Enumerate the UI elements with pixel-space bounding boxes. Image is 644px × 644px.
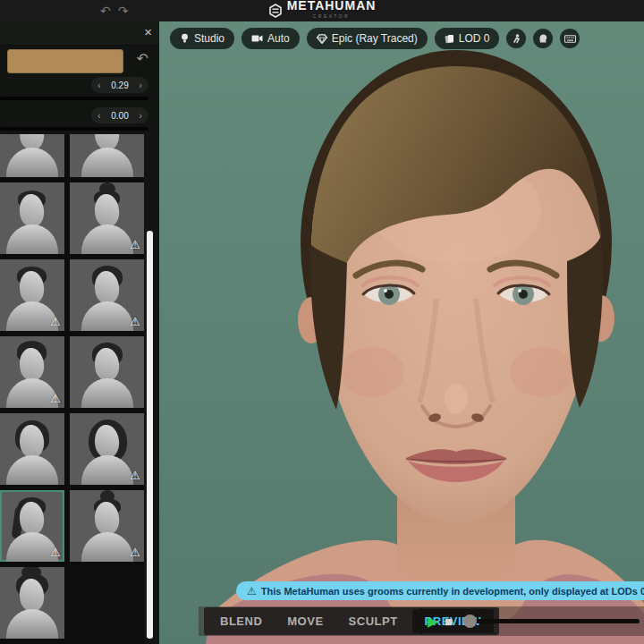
title-bar: ↶ ↷ METAHUMAN CREATOR <box>0 0 644 21</box>
warning-badge-icon: ⚠ <box>50 393 61 405</box>
tab-blend[interactable]: BLEND <box>208 607 275 635</box>
warning-badge-icon: ⚠ <box>50 547 61 559</box>
hair-thumbnail-grid: ⚠⚠⚠⚠⚠⚠⚠ <box>0 134 144 639</box>
thumbnail-shoulders <box>6 609 58 639</box>
timeline-track[interactable] <box>471 619 640 623</box>
hair-thumbnail-slick[interactable]: ⚠ <box>0 336 64 408</box>
hair-thumbnail-ponytail[interactable]: ⚠ <box>0 490 64 562</box>
hair-thumbnail-wavy[interactable]: ⚠ <box>70 413 144 485</box>
head-icon <box>538 33 548 44</box>
thumbnail-shoulders <box>6 455 58 485</box>
head-view-button[interactable] <box>533 29 553 48</box>
hair-color-swatch[interactable] <box>7 49 123 73</box>
tab-move[interactable]: MOVE <box>275 607 335 635</box>
thumbnail-shoulders <box>81 532 133 562</box>
hair-thumbnail-bun[interactable]: ⚠ <box>70 490 144 562</box>
toolbar-divider <box>420 608 422 634</box>
quality-button[interactable]: Epic (Ray Traced) <box>307 28 428 49</box>
hair-thumbnail-updo[interactable]: ⚠ <box>70 182 144 254</box>
keyboard-shortcuts-button[interactable] <box>560 29 580 48</box>
thumbnail-shoulders <box>81 378 133 408</box>
hair-thumbnail-crop[interactable]: ⚠ <box>0 259 64 331</box>
lod-label: LOD 0 <box>459 32 490 45</box>
stop-button[interactable]: ■ <box>445 614 453 630</box>
thumbnail-shoulders <box>6 225 58 254</box>
sidebar-scrollbar[interactable] <box>147 231 153 639</box>
lod-button[interactable]: LOD 0 <box>435 28 500 49</box>
keyboard-icon <box>564 35 576 43</box>
warning-badge-icon: ⚠ <box>50 316 61 328</box>
camera-icon <box>251 34 263 43</box>
thumbnail-shoulders <box>6 148 58 177</box>
warning-badge-icon: ⚠ <box>130 316 140 328</box>
warning-badge-icon: ⚠ <box>130 547 140 559</box>
metahuman-logo-icon <box>268 4 283 18</box>
hair-thumbnail-pixie[interactable]: ⚠ <box>70 259 144 331</box>
thumbnail-shoulders <box>81 455 133 485</box>
mode-tabs: BLEND MOVE SCULPT PREVIEW <box>204 607 499 635</box>
thumbnail-shoulders <box>81 148 133 177</box>
hair-thumbnail-pixie[interactable] <box>70 336 144 408</box>
studio-lighting-button[interactable]: Studio <box>170 28 234 49</box>
lod-pages-icon <box>445 33 454 44</box>
panel-header: × <box>0 21 159 46</box>
hair-thumbnail-bare[interactable] <box>0 134 64 177</box>
decrement-button[interactable]: ‹ <box>97 78 101 92</box>
quality-label: Epic (Ray Traced) <box>332 32 418 45</box>
body-icon <box>511 33 521 44</box>
thumbnail-shoulders <box>81 301 133 331</box>
parameter-stepper-1: ‹ 0.29 › <box>91 77 148 93</box>
gem-icon <box>317 34 327 44</box>
tab-sculpt[interactable]: SCULPT <box>336 607 411 635</box>
increment-button[interactable]: › <box>139 108 142 123</box>
parameter-stepper-2: ‹ 0.00 › <box>91 107 148 123</box>
viewport-3d[interactable] <box>159 21 644 644</box>
warning-icon: ⚠ <box>247 585 257 597</box>
warning-badge-icon: ⚠ <box>130 470 140 482</box>
character-portrait <box>159 21 644 644</box>
hair-panel: × ↶ ‹ 0.29 › ‹ 0.00 › ⚠⚠⚠⚠⚠⚠⚠ <box>0 21 159 644</box>
hair-thumbnail-bob[interactable] <box>0 413 64 485</box>
body-pose-button[interactable] <box>506 29 526 48</box>
app-logo: METAHUMAN CREATOR <box>0 0 644 21</box>
slider-track-1[interactable] <box>0 97 148 100</box>
hair-thumbnail-bunbangs[interactable] <box>0 567 64 639</box>
render-toolbar: Studio Auto Epic (Ray Traced) LOD 0 <box>170 28 580 49</box>
decrement-button[interactable]: ‹ <box>97 108 101 123</box>
play-button[interactable]: ▶ <box>428 614 438 630</box>
slider-track-2[interactable] <box>0 127 148 131</box>
app-title: METAHUMAN CREATOR <box>287 0 377 21</box>
timeline-scrub-handle[interactable] <box>463 614 477 628</box>
notice-text: This MetaHuman uses grooms currently in … <box>261 586 644 597</box>
stepper-value[interactable]: 0.00 <box>111 111 128 121</box>
lightbulb-icon <box>180 33 190 44</box>
auto-camera-button[interactable]: Auto <box>242 28 300 49</box>
reset-color-icon[interactable]: ↶ <box>137 50 148 67</box>
thumbnail-shoulders <box>81 225 133 254</box>
hair-thumbnail-short[interactable] <box>0 182 64 254</box>
hairstyle-list: ⚠⚠⚠⚠⚠⚠⚠ <box>0 134 144 644</box>
groom-development-notice: ⚠ This MetaHuman uses grooms currently i… <box>236 581 644 600</box>
studio-label: Studio <box>194 32 225 45</box>
close-icon[interactable]: × <box>144 24 152 40</box>
auto-label: Auto <box>267 32 290 45</box>
increment-button[interactable]: › <box>139 78 142 92</box>
stepper-value[interactable]: 0.29 <box>111 80 128 90</box>
hair-thumbnail-bare[interactable] <box>70 134 144 177</box>
warning-badge-icon: ⚠ <box>130 239 140 251</box>
metahuman-creator-window: ↶ ↷ METAHUMAN CREATOR Studio <box>0 0 644 644</box>
